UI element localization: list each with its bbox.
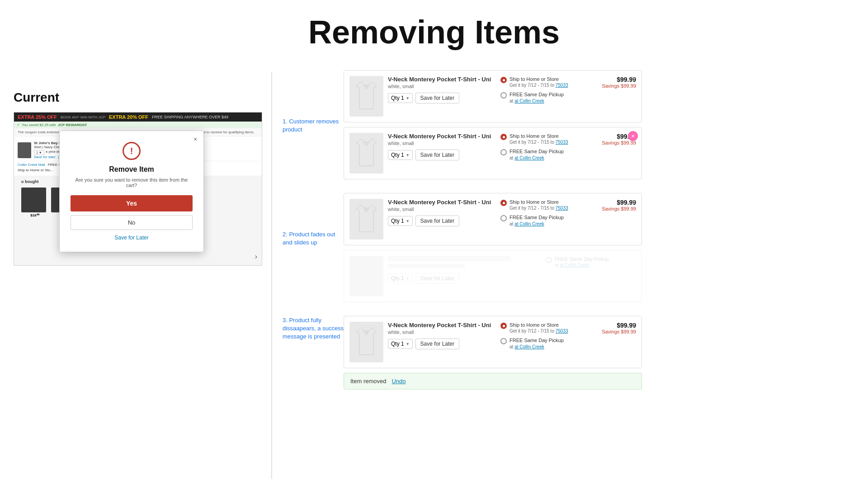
radio-pickup-5[interactable] xyxy=(500,338,507,344)
qty-arrow-3: ▼ xyxy=(406,219,410,223)
product-name-1: V-Neck Monterey Pocket T-Shirt - Uni xyxy=(388,76,496,83)
ship-delivery-1: Get it by 7/12 - 7/15 to 75033 xyxy=(509,83,568,88)
modal-close-button[interactable]: × xyxy=(191,135,200,144)
shirt-svg-2 xyxy=(354,136,379,170)
spacer-1 xyxy=(344,184,642,193)
radio-ship-selected-5[interactable] xyxy=(500,323,507,329)
step-1-label: 1. Customer removes product xyxy=(283,117,346,134)
zip-link-5[interactable]: 75033 xyxy=(556,328,568,333)
save-later-btn-4: Save for Later xyxy=(415,273,459,284)
product-actions-1: Qty 1 ▼ Save for Later xyxy=(388,93,496,103)
product-image-4 xyxy=(349,256,383,296)
product-name-2: V-Neck Monterey Pocket T-Shirt - Uni xyxy=(388,133,496,140)
item-removed-text: Item removed xyxy=(350,378,386,385)
qty-value-1: Qty 1 xyxy=(391,95,404,101)
shipping-option-pickup-3: FREE Same Day Pickup at at Collin Creek xyxy=(500,214,591,226)
store-label-1: at at Collin Creek xyxy=(509,99,564,103)
qty-select-1[interactable]: Qty 1 ▼ xyxy=(388,93,413,103)
shipping-text-3: Ship to Home or Store Get it by 7/12 - 7… xyxy=(509,199,568,211)
card-close-btn-2-pink[interactable]: × xyxy=(628,131,638,141)
qty-select-5[interactable]: Qty 1 ▼ xyxy=(388,339,413,349)
product-name-3: V-Neck Monterey Pocket T-Shirt - Uni xyxy=(388,199,496,206)
product-variant-5: white, small xyxy=(388,329,496,335)
thumb-img-1 xyxy=(21,188,46,212)
rewards-text: You saved $2.25 with xyxy=(22,123,56,127)
fading-name-bar xyxy=(388,256,510,261)
radio-ship-selected-1[interactable] xyxy=(500,77,507,83)
save-later-btn-3[interactable]: Save for Later xyxy=(415,216,459,226)
save-for-later-modal-link[interactable]: Save for Later xyxy=(71,235,193,241)
pickup-text-5: FREE Same Day Pickup at at Collin Creek xyxy=(509,337,564,349)
checkmark-icon: ✓ xyxy=(17,123,20,127)
free-ship: FREE SHIPPING ANYWHERE OVER $49 xyxy=(152,115,228,119)
store-link-2[interactable]: at Collin Creek xyxy=(514,155,544,160)
qty-display[interactable]: 1 ▼ xyxy=(34,150,44,155)
qty-select-4: Qty 1 ▼ xyxy=(388,273,413,283)
rewards-name: JCP REWARDS® xyxy=(58,123,87,127)
radio-ship-selected-2[interactable] xyxy=(500,134,507,140)
ship-delivery-3: Get it by 7/12 - 7/15 to 75033 xyxy=(509,206,568,211)
next-arrow-icon[interactable]: › xyxy=(255,253,257,261)
store-label-5: at at Collin Creek xyxy=(509,344,564,349)
qty-arrow-1: ▼ xyxy=(406,96,410,100)
product-name-5: V-Neck Monterey Pocket T-Shirt - Uni xyxy=(388,322,496,328)
radio-pickup-3[interactable] xyxy=(500,215,507,221)
step-2-label: 2. Product fades out and slides up xyxy=(283,230,346,247)
radio-pickup-2[interactable] xyxy=(500,149,507,155)
separator xyxy=(271,72,272,479)
store-name: Collin Creek Mall xyxy=(18,163,45,167)
save-later-btn-5[interactable]: Save for Later xyxy=(415,338,459,349)
qty-value-5: Qty 1 xyxy=(391,341,404,347)
shirt-svg-1 xyxy=(354,80,379,113)
store-label-3: at at Collin Creek xyxy=(509,221,564,226)
zip-link-1[interactable]: 75033 xyxy=(556,83,568,88)
product-card-3: V-Neck Monterey Pocket T-Shirt - Uni whi… xyxy=(344,193,642,245)
product-variant-3: white, small xyxy=(388,206,496,212)
store-link-5[interactable]: at Collin Creek xyxy=(514,344,544,349)
save-later-btn-1[interactable]: Save for Later xyxy=(415,93,459,103)
pickup-text-1: FREE Same Day Pickup at at Collin Creek xyxy=(509,91,564,103)
radio-pickup-4 xyxy=(546,257,552,263)
right-section: V-Neck Monterey Pocket T-Shirt - Uni whi… xyxy=(344,70,642,389)
ship-label-2: Ship to Home or Store xyxy=(509,133,568,140)
no-button[interactable]: No xyxy=(71,215,193,230)
save-for-later-link[interactable]: Save for later xyxy=(34,155,56,159)
qty-arrow-5: ▼ xyxy=(406,342,410,346)
card-close-btn-5[interactable]: × xyxy=(629,320,638,329)
card-close-btn-3[interactable]: × xyxy=(629,197,638,206)
ship-label-3: Ship to Home or Store xyxy=(509,199,568,206)
store-link-3[interactable]: at Collin Creek xyxy=(514,221,544,226)
savings-1: Savings $99.99 xyxy=(595,83,636,89)
product-info-5: V-Neck Monterey Pocket T-Shirt - Uni whi… xyxy=(388,322,496,349)
radio-ship-selected-3[interactable] xyxy=(500,200,507,206)
yes-button[interactable]: Yes xyxy=(71,195,193,211)
shipping-info-4: FREE Same Day Pickup at at Collin Creek xyxy=(546,256,636,271)
qty-select-2[interactable]: Qty 1 ▼ xyxy=(388,150,413,160)
product-card-5: V-Neck Monterey Pocket T-Shirt - Uni whi… xyxy=(344,316,642,368)
thumb-1: $16⁹⁹ xyxy=(21,188,48,217)
radio-pickup-1[interactable] xyxy=(500,92,507,99)
zip-link-2[interactable]: 75033 xyxy=(556,140,568,145)
undo-link[interactable]: Undo xyxy=(392,378,406,385)
pickup-label-5: FREE Same Day Pickup xyxy=(509,337,564,344)
qty-value-2: Qty 1 xyxy=(391,152,404,158)
product-variant-1: white, small xyxy=(388,84,496,89)
pickup-label-3: FREE Same Day Pickup xyxy=(509,214,564,221)
shipping-option-pickup-4: FREE Same Day Pickup at at Collin Creek xyxy=(546,256,636,267)
thumb-price-1: $16⁹⁹ xyxy=(21,213,48,217)
product-info-3: V-Neck Monterey Pocket T-Shirt - Uni whi… xyxy=(388,199,496,226)
mockup-banner: EXTRA 25% OFF BOOK ANY WIN WITH JCP EXTR… xyxy=(14,113,262,122)
shipping-option-ship-5: Ship to Home or Store Get it by 7/12 - 7… xyxy=(500,322,591,333)
zip-link-3[interactable]: 75033 xyxy=(556,206,568,211)
at-text-5: at xyxy=(509,344,514,349)
product-image-1 xyxy=(349,76,383,117)
sale-detail: BOOK ANY WIN WITH JCP xyxy=(61,115,105,119)
shipping-text-2: Ship to Home or Store Get it by 7/12 - 7… xyxy=(509,133,568,145)
save-later-btn-2[interactable]: Save for Later xyxy=(415,150,459,160)
store-link-1[interactable]: at Collin Creek xyxy=(514,99,544,103)
qty-value-4: Qty 1 xyxy=(391,275,404,282)
card-close-btn-1[interactable]: × xyxy=(629,74,638,83)
qty-select-3[interactable]: Qty 1 ▼ xyxy=(388,216,413,226)
shipping-info-3: Ship to Home or Store Get it by 7/12 - 7… xyxy=(500,199,591,230)
store-label-2: at at Collin Creek xyxy=(509,155,564,160)
